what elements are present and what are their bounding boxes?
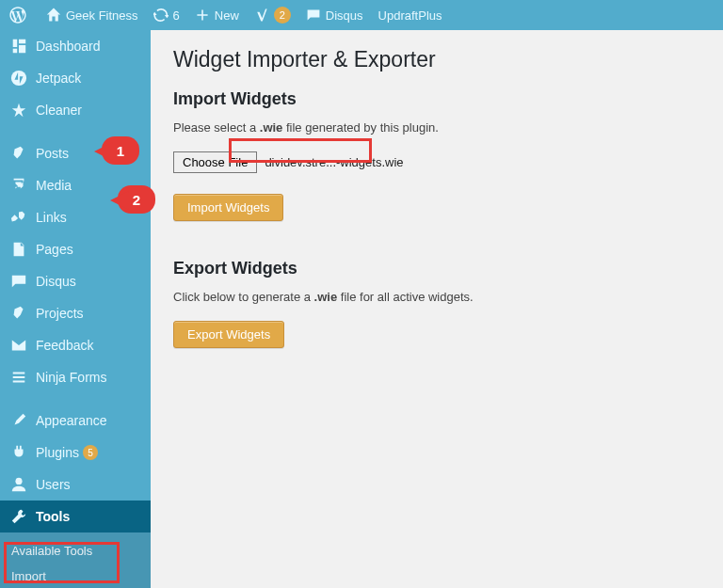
wordpress-icon — [9, 7, 26, 24]
sidebar-item-tools[interactable]: Tools — [0, 501, 151, 532]
brush-icon — [9, 412, 28, 429]
updates-count: 6 — [173, 8, 180, 23]
new-content[interactable]: New — [187, 0, 247, 30]
import-widgets-button[interactable]: Import Widgets — [173, 194, 283, 221]
list-icon — [9, 369, 28, 386]
file-input-row: Choose File dividev.stre...-widgets.wie — [173, 151, 700, 173]
feedback-icon — [9, 337, 28, 354]
submenu-import[interactable]: Import — [0, 564, 151, 588]
home-icon — [46, 8, 61, 23]
site-name[interactable]: Geek Fitness — [39, 0, 146, 30]
sidebar-item-feedback[interactable]: Feedback — [0, 329, 151, 361]
selected-filename: dividev.stre...-widgets.wie — [257, 152, 410, 172]
media-icon — [9, 177, 28, 194]
admin-sidebar: Dashboard Jetpack Cleaner Posts Media Li… — [0, 30, 151, 588]
svg-point-1 — [15, 478, 22, 485]
sidebar-item-media[interactable]: Media — [0, 169, 151, 201]
export-instruction: Click below to generate a .wie file for … — [173, 290, 700, 304]
link-icon — [9, 209, 28, 226]
plugin-icon — [9, 444, 28, 461]
site-title: Geek Fitness — [66, 8, 138, 23]
svg-point-0 — [11, 71, 26, 86]
cleaner-icon — [9, 102, 28, 119]
tools-submenu: Available Tools Import Export Widget Imp… — [0, 532, 151, 588]
yoast-badge: 2 — [274, 7, 291, 24]
export-widgets-button[interactable]: Export Widgets — [173, 321, 284, 348]
dashboard-icon — [9, 38, 28, 55]
sidebar-item-appearance[interactable]: Appearance — [0, 405, 151, 437]
import-instruction: Please select a .wie file generated by t… — [173, 120, 700, 135]
export-heading: Export Widgets — [173, 259, 700, 278]
sidebar-item-jetpack[interactable]: Jetpack — [0, 62, 151, 94]
updraft-label: UpdraftPlus — [378, 8, 442, 23]
wrench-icon — [9, 508, 28, 525]
plus-icon — [195, 8, 210, 23]
sidebar-item-pages[interactable]: Pages — [0, 233, 151, 265]
sidebar-item-dashboard[interactable]: Dashboard — [0, 30, 151, 62]
jetpack-icon — [9, 70, 28, 87]
update-icon — [153, 8, 169, 23]
submenu-available-tools[interactable]: Available Tools — [0, 538, 151, 564]
sidebar-item-links[interactable]: Links — [0, 201, 151, 233]
pin-icon — [9, 145, 28, 162]
page-icon — [9, 241, 28, 258]
sidebar-item-ninjaforms[interactable]: Ninja Forms — [0, 361, 151, 393]
sidebar-item-cleaner[interactable]: Cleaner — [0, 94, 151, 126]
sidebar-item-plugins[interactable]: Plugins5 — [0, 437, 151, 469]
adminbar-updraft[interactable]: UpdraftPlus — [371, 0, 450, 30]
disqus-label: Disqus — [326, 8, 363, 23]
comment-icon — [306, 8, 321, 23]
yoast[interactable]: 2 — [247, 0, 298, 30]
sidebar-item-users[interactable]: Users — [0, 469, 151, 501]
comment-icon — [9, 273, 28, 290]
sidebar-item-projects[interactable]: Projects — [0, 297, 151, 329]
sidebar-item-disqus[interactable]: Disqus — [0, 265, 151, 297]
yoast-icon — [254, 8, 269, 23]
admin-bar: Geek Fitness 6 New 2 Disqus UpdraftPlus — [0, 0, 723, 30]
plugin-count-badge: 5 — [83, 445, 98, 460]
wp-logo[interactable] — [2, 0, 39, 30]
user-icon — [9, 476, 28, 493]
choose-file-button[interactable]: Choose File — [173, 151, 257, 173]
content-area: Widget Importer & Exporter Import Widget… — [151, 30, 723, 588]
new-label: New — [215, 8, 239, 23]
adminbar-disqus[interactable]: Disqus — [298, 0, 371, 30]
sidebar-item-posts[interactable]: Posts — [0, 137, 151, 169]
import-heading: Import Widgets — [173, 89, 700, 109]
page-title: Widget Importer & Exporter — [173, 47, 700, 72]
pin-icon — [9, 305, 28, 322]
updates[interactable]: 6 — [146, 0, 187, 30]
